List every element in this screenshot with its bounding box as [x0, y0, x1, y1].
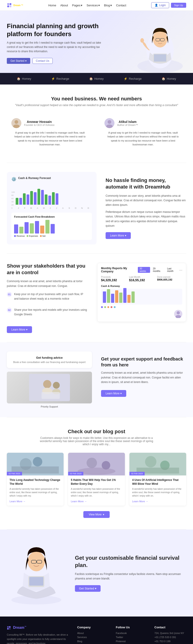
stakeholders-desc: Commonly known as erat amet, amet lobort… — [7, 279, 88, 288]
svg-rect-47 — [7, 626, 9, 628]
nav-about[interactable]: About — [60, 4, 68, 7]
step-2: 02 Share your live reports and models wi… — [7, 308, 88, 320]
footer-company-heading: Company — [77, 626, 109, 629]
footer-facebook[interactable]: Facebook — [116, 632, 148, 634]
bar — [41, 190, 44, 205]
testimonials-section: You need business. We need numbers "Vaul… — [0, 84, 193, 163]
footer-twitter[interactable]: Twitter — [116, 636, 148, 638]
forecast-breakdown: Forecasted Cash Flow Breakdown Revenue E… — [11, 212, 92, 240]
stacked-chart — [14, 220, 89, 234]
legend: Revenue Expenses Net — [14, 235, 89, 237]
footer-col-company: Company About Services Blog Contact — [77, 626, 109, 644]
nav-home[interactable]: Home — [48, 4, 56, 7]
brand-item: 🏠 Homey — [89, 77, 104, 80]
blog-learn-more-2[interactable]: Learn More → — [71, 500, 87, 503]
blog-learn-more-3[interactable]: Learn More → — [132, 500, 148, 503]
get-started-button[interactable]: Get Started ▾ — [7, 58, 30, 64]
report-tab-weeks[interactable]: 30 weeks — [138, 267, 150, 273]
signup-button[interactable]: Sign Up — [171, 3, 186, 8]
stat-label-done-earned: Done-earned — [157, 276, 182, 278]
blog-cta: View More ▾ — [7, 511, 186, 518]
feature-title: No hassle finding money, automate it wit… — [106, 177, 186, 190]
stacked-bar — [40, 226, 44, 234]
author-info-2: Atikul Islam Author of Dream™ — [117, 120, 138, 126]
funding-desc: Book a free consultation with our financ… — [11, 361, 88, 364]
settings-icon: ⚙️ — [11, 177, 16, 182]
blog-title: Check out our blog post — [7, 429, 186, 434]
hero-title: Financial planning and growth platform f… — [7, 22, 107, 38]
testimonial-author-2: Atikul Islam Author of Dream™ — [104, 118, 182, 128]
report-header: Monthly Reports My Company 30 weeks 29 m… — [101, 267, 182, 273]
avatar-2 — [104, 118, 114, 128]
svg-point-25 — [53, 382, 60, 389]
svg-point-6 — [153, 30, 167, 48]
bar — [23, 193, 26, 205]
stat-last-month: Last Month $16,55,192 — [129, 276, 154, 282]
testimonial-text-2: A great way to get the info I needed to … — [104, 131, 182, 147]
feature-desc-2: Pellentesque dictum cum neque cursus sap… — [106, 210, 186, 228]
footer-link-services[interactable]: Services — [77, 636, 109, 638]
stat-proceeds: Proceeds $4,329,192 — [101, 276, 126, 282]
feature-learn-more-button[interactable]: Learn More ▾ — [106, 232, 131, 239]
footer-social-links: Facebook Twitter Pinterest Dribbble — [116, 632, 148, 644]
svg-rect-0 — [7, 3, 9, 5]
support-learn-more-button[interactable]: Learn More ▾ — [101, 390, 126, 397]
blog-image-3: 02 Feb 2023 — [130, 453, 186, 476]
step-text-1: Keep your on top of your business with y… — [14, 292, 88, 301]
footer-phone-2: +01 753 0 199 — [154, 640, 186, 643]
svg-rect-27 — [42, 392, 60, 399]
stakeholders-text: Show your stakeholders that you are in c… — [7, 263, 88, 333]
stat-value-done-earned: $906,605,192 — [157, 278, 182, 281]
nav-contact[interactable]: Contact — [116, 4, 126, 7]
svg-point-10 — [140, 38, 144, 43]
stacked-bar — [14, 224, 18, 234]
nav-services[interactable]: Services▾ — [86, 4, 100, 7]
funding-box: Get funding advice Book a free consultat… — [7, 352, 92, 368]
report-close-icon[interactable]: — — [179, 268, 182, 272]
cta-image — [7, 541, 70, 605]
nav-pages[interactable]: Pages▾ — [72, 4, 82, 7]
cta-section: Get your customisable financial survival… — [0, 530, 193, 616]
blog-date-3: 02 Feb 2023 — [130, 472, 145, 476]
chart-bars — [16, 186, 92, 205]
testimonial-author-1: Anowar Hossain Founder & CEO of Xohoioo — [11, 118, 88, 128]
step-number-1: 01 — [7, 292, 12, 297]
footer-logo-icon — [7, 626, 11, 630]
svg-rect-50 — [9, 628, 11, 630]
blog-learn-more-1[interactable]: Learn More → — [10, 500, 26, 503]
bar — [52, 192, 55, 205]
report-tab-months[interactable]: 29 months — [151, 267, 164, 273]
cta-get-started-button[interactable]: Get Started ▾ — [75, 585, 100, 592]
blog-excerpt-3: A wonderful serenity has taken possessio… — [132, 487, 184, 498]
footer-brand: Dream™ Consulting IM™. Before we fully d… — [7, 626, 70, 644]
stats-row: Proceeds $4,329,192 Last Month $16,55,19… — [101, 276, 182, 282]
contact-button[interactable]: Contact Us — [32, 58, 53, 64]
footer-link-about[interactable]: About — [77, 632, 109, 634]
footer-pinterest[interactable]: Pinterest — [116, 640, 148, 643]
nav-blog[interactable]: Blog▾ — [104, 4, 112, 7]
hero-image — [127, 23, 186, 73]
report-tab-last-month[interactable]: Last month — [165, 267, 179, 273]
testimonials-title: You need business. We need numbers — [7, 96, 186, 102]
blog-grid: 02 Feb 2023 This Long Awaited Technology… — [7, 453, 186, 506]
footer-link-blog[interactable]: Blog — [77, 640, 109, 643]
stacked-bar — [24, 222, 28, 234]
footer: Dream™ Consulting IM™. Before we fully d… — [0, 616, 193, 644]
blog-date-1: 02 Feb 2023 — [7, 472, 22, 476]
footer-col-contact: Contact 724, Queens 3rd (zone NY +01 (72… — [154, 626, 186, 644]
hero-section: Financial planning and growth platform f… — [0, 11, 193, 73]
view-more-button[interactable]: View More ▾ — [83, 511, 110, 518]
svg-point-20 — [177, 311, 180, 314]
stat-label-proceeds: Proceeds — [101, 276, 126, 278]
testimonials-grid: Anowar Hossain Founder & CEO of Xohoioo … — [7, 114, 186, 151]
stakeholders-learn-more-button[interactable]: Learn More ▾ — [7, 326, 32, 333]
monthly-report: Monthly Reports My Company 30 weeks 29 m… — [97, 263, 186, 322]
stat-done-earned: Done-earned $906,605,192 — [157, 276, 182, 282]
brands-bar: 🏠 Homey ⚡ Recharge 🏠 Homey ⚡ Recharge 🏠 … — [0, 73, 193, 84]
step-1: 01 Keep your on top of your business wit… — [7, 292, 88, 305]
stakeholders-section: Show your stakeholders that you are in c… — [0, 254, 193, 342]
login-button[interactable]: 👤Login — [151, 2, 169, 8]
cta-person-illustration — [7, 541, 66, 604]
stacked-bar — [35, 221, 39, 234]
stat-label-last-month: Last Month — [129, 276, 154, 278]
